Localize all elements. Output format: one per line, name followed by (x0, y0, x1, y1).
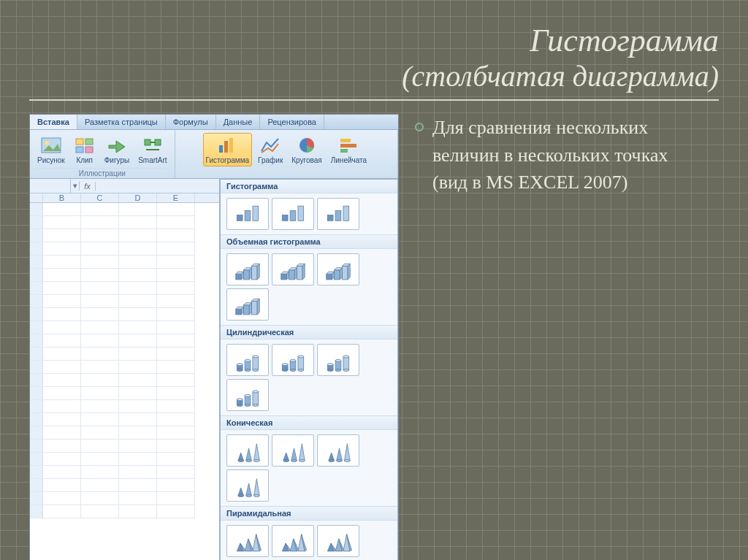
row-header[interactable] (30, 308, 43, 321)
chart-type-thumb[interactable] (226, 288, 269, 321)
cell[interactable] (43, 229, 81, 242)
pie-chart-button[interactable]: Круговая (289, 133, 324, 166)
cell[interactable] (43, 203, 81, 216)
tab-review[interactable]: Рецензирова (260, 115, 324, 129)
cell[interactable] (43, 361, 81, 374)
smartart-button[interactable]: SmartArt (135, 133, 169, 166)
cell[interactable] (119, 413, 157, 426)
line-chart-button[interactable]: График (255, 133, 286, 166)
cell[interactable] (157, 361, 195, 374)
cell[interactable] (157, 387, 195, 400)
row-header[interactable] (30, 295, 43, 308)
row-header[interactable] (30, 282, 43, 295)
cell[interactable] (119, 216, 157, 229)
row-header[interactable] (30, 466, 43, 479)
fx-button[interactable]: fx (80, 182, 96, 191)
cell[interactable] (157, 492, 195, 505)
cell[interactable] (119, 479, 157, 492)
cell[interactable] (43, 348, 81, 361)
cell[interactable] (119, 400, 157, 413)
chart-type-thumb[interactable] (226, 253, 269, 285)
chart-type-thumb[interactable] (317, 434, 359, 467)
cell[interactable] (157, 203, 195, 216)
picture-button[interactable]: Рисунок (34, 133, 68, 166)
row-header[interactable] (30, 400, 43, 413)
cell[interactable] (81, 308, 119, 321)
chart-type-thumb[interactable] (226, 379, 269, 411)
row-header[interactable] (30, 242, 43, 256)
cell[interactable] (43, 413, 81, 426)
cell[interactable] (43, 321, 81, 334)
cell[interactable] (43, 216, 81, 229)
chart-type-thumb[interactable] (272, 525, 314, 557)
tab-page-layout[interactable]: Разметка страницы (77, 115, 166, 129)
cell[interactable] (157, 348, 195, 361)
cell[interactable] (157, 269, 195, 282)
row-header[interactable] (30, 374, 43, 387)
chart-type-thumb[interactable] (272, 253, 314, 285)
cell[interactable] (119, 256, 157, 269)
chart-type-thumb[interactable] (317, 344, 359, 376)
cell[interactable] (81, 387, 119, 400)
row-header[interactable] (30, 269, 43, 282)
cell[interactable] (43, 453, 81, 466)
cell[interactable] (81, 413, 119, 426)
cell[interactable] (157, 216, 195, 229)
col-header[interactable]: E (157, 193, 195, 202)
cell[interactable] (81, 348, 119, 361)
cell[interactable] (81, 229, 119, 242)
row-header[interactable] (30, 216, 43, 229)
chart-type-thumb[interactable] (226, 525, 269, 557)
cell[interactable] (157, 466, 195, 479)
cell[interactable] (43, 308, 81, 321)
cell[interactable] (81, 492, 119, 505)
tab-data[interactable]: Данные (216, 115, 261, 129)
cell[interactable] (157, 505, 195, 518)
cell[interactable] (157, 426, 195, 440)
tab-insert[interactable]: Вставка (30, 115, 77, 129)
cell[interactable] (119, 321, 157, 334)
name-box[interactable] (30, 179, 71, 193)
cell[interactable] (43, 440, 81, 453)
cell[interactable] (43, 256, 81, 269)
cell[interactable] (81, 374, 119, 387)
name-box-dropdown[interactable]: ▾ (71, 181, 80, 191)
cell[interactable] (119, 282, 157, 295)
cell[interactable] (81, 242, 119, 256)
cell[interactable] (81, 203, 119, 216)
cell[interactable] (119, 295, 157, 308)
cell[interactable] (119, 308, 157, 321)
row-header[interactable] (30, 348, 43, 361)
tab-formulas[interactable]: Формулы (166, 115, 216, 129)
cell[interactable] (157, 229, 195, 242)
chart-type-thumb[interactable] (226, 434, 269, 467)
cell[interactable] (157, 321, 195, 334)
cell[interactable] (43, 426, 81, 440)
row-header[interactable] (30, 479, 43, 492)
column-chart-button[interactable]: Гистограмма (203, 133, 253, 166)
cell[interactable] (119, 229, 157, 242)
cell[interactable] (81, 334, 119, 348)
cell[interactable] (81, 216, 119, 229)
cell[interactable] (119, 374, 157, 387)
cell[interactable] (81, 269, 119, 282)
row-header[interactable] (30, 334, 43, 348)
row-header[interactable] (30, 361, 43, 374)
cell[interactable] (119, 348, 157, 361)
cell[interactable] (81, 282, 119, 295)
cell[interactable] (81, 321, 119, 334)
row-header[interactable] (30, 203, 43, 216)
cell[interactable] (43, 282, 81, 295)
cell[interactable] (81, 453, 119, 466)
cell[interactable] (43, 334, 81, 348)
cell[interactable] (157, 453, 195, 466)
cell[interactable] (43, 242, 81, 256)
cell[interactable] (157, 282, 195, 295)
row-header[interactable] (30, 453, 43, 466)
cell[interactable] (43, 479, 81, 492)
row-header[interactable] (30, 440, 43, 453)
cell[interactable] (157, 479, 195, 492)
cell[interactable] (119, 387, 157, 400)
cell[interactable] (119, 426, 157, 440)
shapes-button[interactable]: Фигуры (102, 133, 132, 166)
